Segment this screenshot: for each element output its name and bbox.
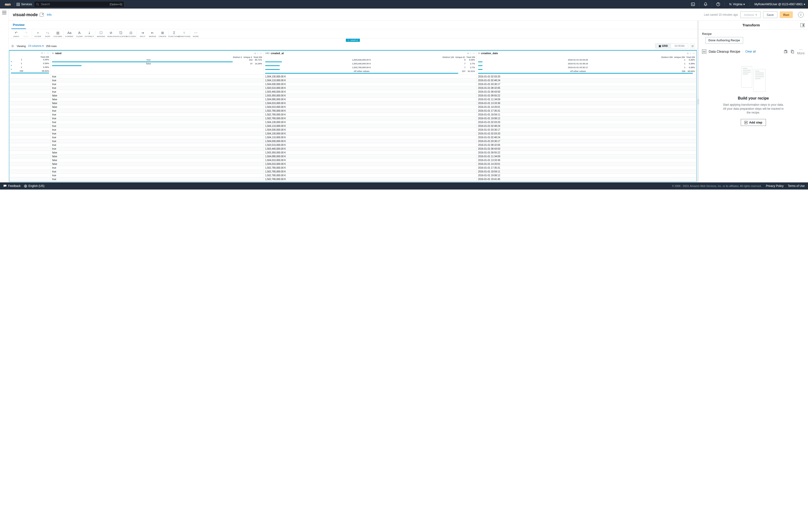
table-row[interactable]: false1,504,010,000.00 K2016-01-01 14:20:… <box>10 162 697 166</box>
table-row[interactable]: false1,504,010,000.00 K2016-01-01 14:20:… <box>10 105 697 109</box>
copy-recipe-icon[interactable] <box>790 50 794 54</box>
language-selector[interactable]: English (US) <box>24 184 44 188</box>
filter-icon[interactable]: ▿ <box>255 52 256 55</box>
grid-view-option[interactable]: ▦ GRID <box>656 44 671 48</box>
table-row[interactable]: true1,504,110,000.00 K2016-01-01 02:48:2… <box>10 136 697 139</box>
run-button[interactable]: Run <box>780 12 793 18</box>
filter-icon[interactable]: ▿ <box>467 52 469 55</box>
table-row[interactable]: true1,502,780,000.00 K2016-01-01 19:41:4… <box>10 177 697 181</box>
table-row[interactable]: true1,502,780,000.00 K2016-01-01 17:35:3… <box>10 109 697 113</box>
recipe-more-menu[interactable]: ⋯More <box>797 48 805 55</box>
tool-missing[interactable]: ☐MISSING <box>96 31 106 38</box>
table-row[interactable]: true1,504,030,000.00 K2016-01-01 03:30:1… <box>10 139 697 143</box>
table-row[interactable]: false1,503,350,000.00 K2016-01-01 09:55:… <box>10 94 697 98</box>
tool-sort[interactable]: ↑↓SORT <box>43 31 53 38</box>
col-menu-icon[interactable]: ⋯ <box>693 52 695 55</box>
nav-toggle[interactable] <box>2 11 6 14</box>
table-row[interactable]: false1,503,350,000.00 K2016-01-01 09:55:… <box>10 151 697 155</box>
table-row[interactable]: true1,504,030,000.00 K2016-01-01 03:30:1… <box>10 82 697 86</box>
col-header-rated[interactable]: ⊙rated▿↕⋯ <box>51 51 263 56</box>
table-row[interactable]: true1,504,110,000.00 K2016-01-01 02:48:2… <box>10 124 697 128</box>
col-menu-icon[interactable]: ⋯ <box>473 52 475 55</box>
tab-preview[interactable]: Preview <box>12 21 26 29</box>
panel-layout-icon[interactable] <box>801 23 805 27</box>
publish-icon[interactable] <box>784 50 788 54</box>
privacy-link[interactable]: Privacy Policy <box>766 184 784 188</box>
aws-logo[interactable]: aws <box>3 2 13 6</box>
table-row[interactable]: true1,503,440,000.00 K2016-01-01 08:43:5… <box>10 147 697 151</box>
tool-redo[interactable]: ↷REDO <box>21 31 31 38</box>
notifications-button[interactable] <box>701 0 710 8</box>
sort-icon[interactable]: ↕ <box>690 52 691 55</box>
sample-badge[interactable]: ✂ SAMPLE <box>346 39 360 42</box>
tool-invalid[interactable]: ⊘INVALID <box>106 31 116 38</box>
col-stats: Distinct 259Unique 259Total 2592016-01-0… <box>477 56 696 75</box>
data-grid[interactable]: ▿↕⋯Total 25910.39%10.39%10.39%25698.84%⊙… <box>9 50 697 182</box>
tool-outliers[interactable]: ⊡OUTLIERS <box>126 31 136 38</box>
services-menu[interactable]: Services <box>17 3 32 6</box>
columns-selector[interactable]: 23 columns ▾ <box>28 44 43 48</box>
table-row[interactable]: true1,502,780,000.00 K2016-01-01 19:08:1… <box>10 174 697 177</box>
filter-icon[interactable]: ▿ <box>687 52 688 55</box>
col-header-created_at[interactable]: ABCcreated_at▿↕⋯ <box>264 51 477 56</box>
tool-duplicates[interactable]: ⿻DUPLICATES <box>116 31 126 38</box>
cloudshell-button[interactable] <box>689 0 697 8</box>
tool-extract[interactable]: ⤓EXTRACT <box>85 31 94 38</box>
panel-splitter[interactable] <box>697 21 699 183</box>
table-row[interactable]: true1,504,130,000.00 K2016-01-01 02:03:2… <box>10 132 697 136</box>
sort-icon[interactable]: ↕ <box>44 52 45 54</box>
info-link[interactable]: Info <box>47 13 52 16</box>
global-nav: aws Services [Option+S] N. Virginia ▾ My… <box>0 0 808 8</box>
tool-clean[interactable]: A̶CLEAN <box>75 31 84 38</box>
tool-filter[interactable]: ▿FILTER <box>33 31 42 38</box>
table-row[interactable]: true1,503,440,000.00 K2016-01-01 08:43:5… <box>10 90 697 94</box>
save-button[interactable]: Save <box>763 12 777 18</box>
tool-split[interactable]: ⇥SPLIT <box>138 31 147 38</box>
tool-more[interactable]: ⋯MORE <box>191 31 201 38</box>
tool-conditions[interactable]: ⑂CONDITIONS <box>179 31 189 38</box>
tool-format[interactable]: AaFORMAT <box>65 31 74 38</box>
table-row[interactable]: true1,502,780,000.00 K2016-01-01 19:08:1… <box>10 117 697 120</box>
table-row[interactable]: true1,502,780,000.00 K2016-01-01 18:59:1… <box>10 113 697 117</box>
page-info-button[interactable]: i <box>798 12 804 18</box>
schema-view-option[interactable]: SCHEMA <box>671 44 688 48</box>
region-selector[interactable]: N. Virginia ▾ <box>727 3 748 6</box>
sort-icon[interactable]: ↕ <box>257 52 258 55</box>
tool-undo[interactable]: ↶UNDO <box>12 31 21 38</box>
col-header-creation_date[interactable]: ⊙creation_date▿↕⋯ <box>477 51 696 56</box>
table-row[interactable]: true1,502,780,000.00 K2016-01-01 17:35:3… <box>10 166 697 170</box>
table-row[interactable]: true1,504,130,000.00 K2016-01-01 02:03:2… <box>10 120 697 124</box>
global-search[interactable]: [Option+S] <box>34 1 124 7</box>
table-row[interactable]: true1,504,110,000.00 K2016-01-01 02:48:2… <box>10 79 697 82</box>
col-header-index[interactable]: ▿↕⋯ <box>10 51 50 55</box>
table-row[interactable]: true1,504,130,000.00 K2016-01-01 02:03:2… <box>10 75 697 79</box>
help-button[interactable] <box>714 0 722 8</box>
actions-menu[interactable]: Actions ▾ <box>740 12 761 18</box>
edit-name-icon[interactable] <box>40 13 43 17</box>
done-authoring-button[interactable]: Done Authoring Recipe <box>705 37 743 44</box>
column-settings-button[interactable]: ▥ <box>690 44 695 49</box>
table-row[interactable]: true1,504,030,000.00 K2016-01-01 03:30:1… <box>10 128 697 132</box>
tool-create[interactable]: ⊞CREATE <box>158 31 167 38</box>
tool-column[interactable]: ▥COLUMN <box>53 31 62 38</box>
terms-link[interactable]: Terms of Use <box>788 184 805 188</box>
table-row[interactable]: false1,504,090,000.00 K2016-01-01 11:34:… <box>10 155 697 158</box>
clear-all-link[interactable]: Clear all <box>743 50 756 53</box>
add-step-button[interactable]: Add step <box>741 119 766 126</box>
col-menu-icon[interactable]: ⋯ <box>47 52 49 54</box>
table-row[interactable]: false1,504,010,000.00 K2016-01-01 13:33:… <box>10 101 697 105</box>
tool-functions[interactable]: ΣFUNCTIONS <box>169 31 179 38</box>
sort-icon[interactable]: ↕ <box>470 52 471 55</box>
search-input[interactable] <box>40 2 110 6</box>
filter-icon[interactable]: ▿ <box>41 52 42 54</box>
tool-merge[interactable]: ⇤MERGE <box>148 31 157 38</box>
table-row[interactable]: false1,504,090,000.00 K2016-01-01 11:34:… <box>10 98 697 101</box>
svg-rect-2 <box>691 3 695 6</box>
col-menu-icon[interactable]: ⋯ <box>260 52 262 55</box>
account-menu[interactable]: MyRole/AWSUser @ 0123-4567-8901 ▾ <box>752 3 808 6</box>
feedback-link[interactable]: Feedback <box>3 184 21 188</box>
table-row[interactable]: false1,504,010,000.00 K2016-01-01 13:33:… <box>10 158 697 162</box>
table-row[interactable]: true1,503,510,000.00 K2016-01-01 08:32:0… <box>10 143 697 147</box>
table-row[interactable]: true1,502,780,000.00 K2016-01-01 18:59:1… <box>10 170 697 174</box>
table-row[interactable]: true1,503,510,000.00 K2016-01-01 08:32:0… <box>10 86 697 90</box>
